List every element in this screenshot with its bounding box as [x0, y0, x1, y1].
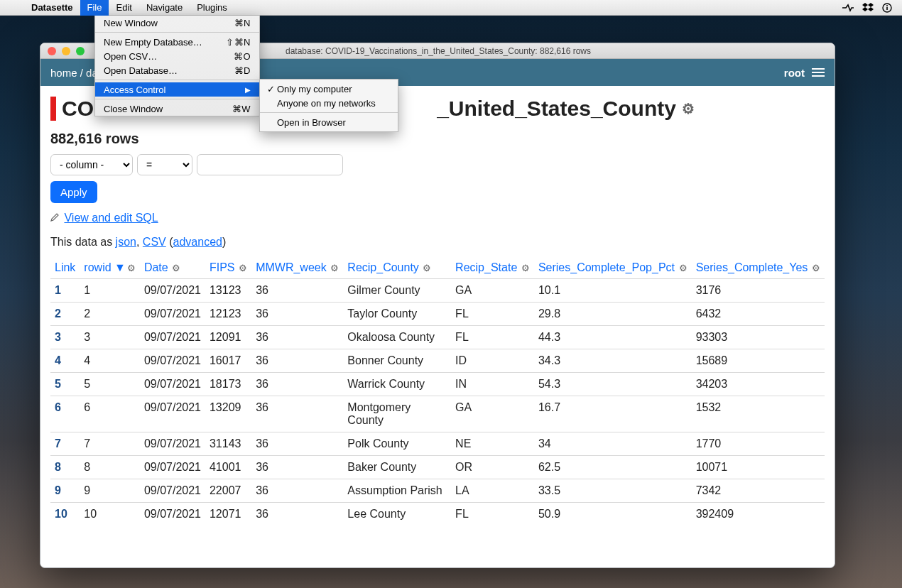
menu-new-empty-database[interactable]: New Empty Database…⇧⌘N — [95, 35, 259, 49]
cell-county: Lee County — [343, 503, 451, 526]
cell-pct: 44.3 — [534, 326, 692, 349]
menu-close-window[interactable]: Close Window⌘W — [95, 102, 259, 116]
col-state[interactable]: Recip_State ⚙ — [451, 257, 534, 279]
cell-rowid: 10 — [80, 503, 140, 526]
table-row: 4409/07/20211601736Bonner CountyID34.315… — [50, 349, 825, 373]
filter-column-select[interactable]: - column - — [50, 154, 133, 175]
cell-state: GA — [451, 279, 534, 303]
col-yes[interactable]: Series_Complete_Yes ⚙ — [692, 257, 825, 279]
gear-icon[interactable]: ⚙ — [328, 263, 339, 273]
col-link[interactable]: Link — [50, 257, 80, 279]
cell-mmwr: 36 — [251, 396, 343, 432]
cell-pct: 62.5 — [534, 456, 692, 479]
table-row: 1109/07/20211312336Gilmer CountyGA10.131… — [50, 279, 825, 303]
cell-fips: 12071 — [205, 503, 251, 526]
menu-plugins[interactable]: Plugins — [190, 0, 234, 16]
col-mmwr[interactable]: MMWR_week ⚙ — [251, 257, 343, 279]
cell-pct: 50.9 — [534, 503, 692, 526]
apply-button[interactable]: Apply — [50, 181, 97, 203]
gear-icon[interactable]: ⚙ — [420, 263, 432, 273]
table-row: 3309/07/20211209136Okaloosa CountyFL44.3… — [50, 326, 825, 349]
cell-state: ID — [451, 349, 534, 373]
submenu-only-my-computer[interactable]: ✓ Only my computer — [260, 82, 398, 96]
menu-edit[interactable]: Edit — [109, 0, 138, 16]
gear-icon[interactable]: ⚙ — [676, 263, 688, 273]
breadcrumb-home[interactable]: home — [50, 67, 77, 79]
menu-open-database[interactable]: Open Database…⌘D — [95, 63, 259, 77]
col-rowid[interactable]: rowid ▼⚙ — [80, 257, 140, 279]
col-fips[interactable]: FIPS ⚙ — [205, 257, 251, 279]
table-row: 6609/07/20211320936Montgomery CountyGA16… — [50, 396, 825, 432]
cell-pct: 33.5 — [534, 479, 692, 503]
cell-pct: 54.3 — [534, 373, 692, 396]
row-link[interactable]: 9 — [50, 479, 80, 503]
app-name[interactable]: Datasette — [24, 2, 80, 13]
dropbox-icon[interactable] — [862, 3, 874, 13]
menu-file[interactable]: File — [80, 0, 109, 16]
menubar-extra-icon[interactable] — [842, 3, 854, 13]
col-date[interactable]: Date ⚙ — [140, 257, 205, 279]
svg-rect-2 — [886, 7, 888, 10]
gear-icon[interactable]: ⚙ — [682, 100, 695, 117]
hamburger-menu-icon[interactable] — [812, 68, 825, 77]
menu-separator — [260, 112, 398, 113]
cell-yes: 6432 — [692, 303, 825, 326]
cell-mmwr: 36 — [251, 479, 343, 503]
cell-county: Gilmer County — [343, 279, 451, 303]
row-link[interactable]: 3 — [50, 326, 80, 349]
cell-county: Assumption Parish — [343, 479, 451, 503]
csv-link[interactable]: CSV — [143, 236, 166, 248]
cell-county: Okaloosa County — [343, 326, 451, 349]
cell-date: 09/07/2021 — [140, 456, 205, 479]
info-icon[interactable] — [882, 3, 892, 13]
cell-fips: 12123 — [205, 303, 251, 326]
menu-open-csv[interactable]: Open CSV…⌘O — [95, 49, 259, 63]
cell-mmwr: 36 — [251, 432, 343, 456]
gear-icon[interactable]: ⚙ — [518, 263, 530, 273]
menu-new-window[interactable]: New Window⌘N — [95, 16, 259, 30]
menu-separator — [95, 32, 259, 33]
row-link[interactable]: 1 — [50, 279, 80, 303]
window-minimize-button[interactable] — [62, 47, 70, 55]
title-accent-bar — [50, 97, 56, 121]
row-link[interactable]: 4 — [50, 349, 80, 373]
col-pct[interactable]: Series_Complete_Pop_Pct ⚙ — [534, 257, 692, 279]
row-link[interactable]: 10 — [50, 503, 80, 526]
cell-state: IN — [451, 373, 534, 396]
gear-icon[interactable]: ⚙ — [809, 263, 820, 273]
gear-icon[interactable]: ⚙ — [127, 263, 136, 273]
filter-value-input[interactable] — [197, 154, 343, 175]
menu-access-control[interactable]: Access Control▶ — [95, 82, 259, 97]
window-zoom-button[interactable] — [76, 47, 85, 55]
json-link[interactable]: json — [116, 236, 136, 248]
row-count: 882,616 rows — [50, 131, 825, 147]
cell-yes: 3176 — [692, 279, 825, 303]
row-link[interactable]: 5 — [50, 373, 80, 396]
advanced-link[interactable]: advanced — [173, 236, 222, 248]
menu-separator — [95, 80, 259, 80]
row-link[interactable]: 7 — [50, 432, 80, 456]
row-link[interactable]: 6 — [50, 396, 80, 432]
access-control-submenu: ✓ Only my computer Anyone on my networks… — [259, 79, 398, 132]
gear-icon[interactable]: ⚙ — [170, 263, 181, 273]
user-label[interactable]: root — [784, 67, 805, 79]
file-menu-dropdown: New Window⌘N New Empty Database…⇧⌘N Open… — [94, 16, 260, 116]
cell-fips: 18173 — [205, 373, 251, 396]
submenu-open-in-browser[interactable]: Open in Browser — [260, 115, 398, 129]
window-close-button[interactable] — [48, 47, 56, 55]
view-sql-link[interactable]: View and edit SQL — [64, 212, 158, 224]
cell-rowid: 3 — [80, 326, 140, 349]
cell-pct: 29.8 — [534, 303, 692, 326]
row-link[interactable]: 8 — [50, 456, 80, 479]
filter-operator-select[interactable]: = — [137, 154, 192, 175]
gear-icon[interactable]: ⚙ — [237, 263, 248, 273]
row-link[interactable]: 2 — [50, 303, 80, 326]
submenu-anyone-networks[interactable]: Anyone on my networks — [260, 96, 398, 110]
menu-separator — [95, 99, 259, 99]
cell-pct: 10.1 — [534, 279, 692, 303]
menu-navigate[interactable]: Navigate — [139, 0, 190, 16]
col-county[interactable]: Recip_County ⚙ — [343, 257, 451, 279]
cell-fips: 16017 — [205, 349, 251, 373]
table-row: 9909/07/20212200736Assumption ParishLA33… — [50, 479, 825, 503]
cell-pct: 34.3 — [534, 349, 692, 373]
